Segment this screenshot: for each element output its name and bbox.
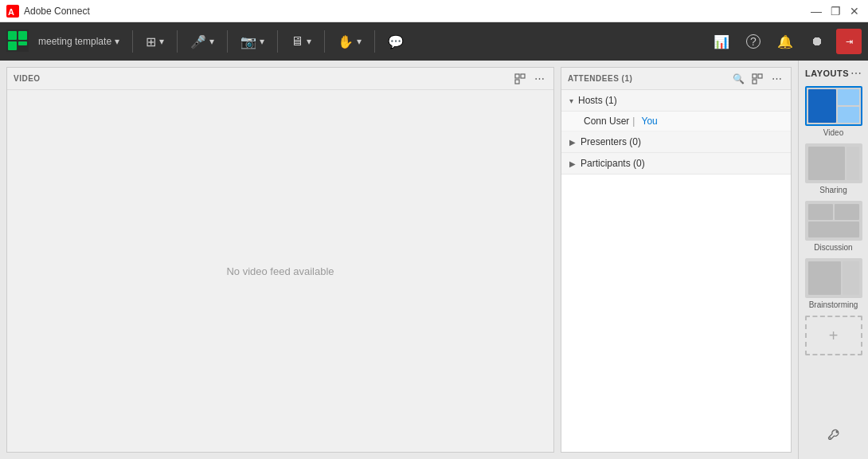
- layout-discussion[interactable]: Discussion: [802, 201, 865, 252]
- layout-video-label: Video: [823, 128, 843, 137]
- layout-brainstorm-main: [808, 261, 841, 295]
- video-button[interactable]: 📷 ▾: [234, 29, 271, 54]
- attendee-you-tag: You: [641, 116, 657, 127]
- video-panel-title: VIDEO: [14, 74, 41, 83]
- share-icon: 🖥: [291, 34, 303, 49]
- layout-video[interactable]: Video: [802, 86, 865, 137]
- share-button[interactable]: 🖥 ▾: [284, 29, 318, 53]
- attendees-controls: 🔍 ⋯: [730, 71, 784, 87]
- meeting-template-button[interactable]: meeting template ▾: [32, 31, 126, 52]
- apps-chevron: ▾: [159, 36, 164, 47]
- layouts-more-button[interactable]: ⋯: [850, 67, 862, 80]
- toolbar-sep-1: [132, 30, 133, 53]
- toolbar-sep-4: [277, 30, 278, 53]
- layout-video-right-bottom: [838, 107, 859, 123]
- layout-brainstorming-thumb: [805, 258, 862, 298]
- attendees-search-button[interactable]: 🔍: [730, 71, 746, 87]
- layout-video-right: [838, 89, 859, 123]
- toolbar: meeting template ▾ ⊞ ▾ 🎤 ▾ 📷 ▾ 🖥 ▾ ✋ ▾ 💬: [0, 22, 868, 61]
- interact-button[interactable]: ✋ ▾: [331, 29, 368, 54]
- meeting-template-label: meeting template: [38, 36, 111, 47]
- close-button[interactable]: ✕: [847, 4, 862, 18]
- help-button[interactable]: ?: [741, 29, 766, 54]
- participants-group-header[interactable]: ▶ Participants (0): [561, 153, 791, 175]
- svg-rect-12: [753, 80, 757, 84]
- presenters-group-label: Presenters (0): [581, 136, 641, 147]
- wrench-area: [802, 421, 865, 453]
- layout-discussion-thumb: [805, 201, 862, 241]
- wrench-icon: [826, 427, 842, 443]
- svg-rect-6: [18, 41, 27, 45]
- attendees-expand-icon: [752, 73, 763, 84]
- svg-rect-5: [8, 41, 17, 50]
- toolbar-sep-2: [177, 30, 178, 53]
- attendees-panel: ATTENDEES (1) 🔍 ⋯: [561, 67, 792, 453]
- end-meeting-button[interactable]: ⇥: [836, 29, 862, 54]
- stats-button[interactable]: 📊: [709, 29, 734, 54]
- layouts-header: LAYOUTS ⋯: [802, 67, 865, 86]
- attendee-conn-user: Conn User | You: [561, 112, 791, 131]
- layout-discussion-label: Discussion: [814, 243, 852, 252]
- audio-button[interactable]: 🎤 ▾: [184, 29, 221, 54]
- layout-sharing[interactable]: Sharing: [802, 143, 865, 194]
- video-more-button[interactable]: ⋯: [531, 71, 547, 87]
- layout-brainstorming[interactable]: Brainstorming: [802, 258, 865, 309]
- video-icon: 📷: [240, 34, 256, 49]
- apps-icon: ⊞: [146, 34, 156, 49]
- svg-text:A: A: [8, 7, 14, 17]
- layouts-title: LAYOUTS: [805, 69, 849, 78]
- presenters-chevron-icon: ▶: [569, 138, 576, 147]
- layout-brainstorming-label: Brainstorming: [809, 300, 858, 309]
- add-layout-icon: +: [829, 327, 839, 345]
- layouts-spacer: [802, 355, 865, 421]
- participants-chevron-icon: ▶: [569, 159, 576, 168]
- layout-discussion-cell3: [808, 222, 859, 237]
- svg-point-13: [829, 437, 831, 439]
- maximize-button[interactable]: ❐: [828, 4, 843, 18]
- layout-video-left: [808, 89, 836, 123]
- svg-rect-9: [515, 80, 519, 84]
- svg-rect-11: [758, 74, 762, 78]
- video-expand-button[interactable]: [512, 71, 528, 87]
- help-icon: ?: [746, 34, 760, 49]
- attendees-expand-button[interactable]: [749, 71, 765, 87]
- stats-icon: 📊: [714, 34, 729, 49]
- layout-video-right-top: [838, 89, 859, 105]
- layout-discussion-cell2: [835, 204, 859, 220]
- toolbar-sep-6: [374, 30, 375, 53]
- adobe-icon: A: [6, 5, 19, 18]
- video-more-icon: ⋯: [534, 73, 545, 84]
- adobe-connect-logo[interactable]: [6, 29, 29, 54]
- layout-sharing-label: Sharing: [819, 186, 846, 194]
- attendees-panel-title: ATTENDEES (1): [568, 74, 632, 83]
- audio-chevron: ▾: [209, 36, 214, 47]
- video-panel: VIDEO ⋯ No video feed available: [6, 67, 554, 453]
- minimize-button[interactable]: —: [809, 4, 823, 18]
- notifications-button[interactable]: 🔔: [772, 29, 798, 54]
- chat-button[interactable]: 💬: [381, 29, 410, 54]
- no-video-text: No video feed available: [226, 265, 334, 277]
- toolbar-sep-3: [227, 30, 228, 53]
- attendees-more-button[interactable]: ⋯: [768, 71, 784, 87]
- apps-button[interactable]: ⊞ ▾: [139, 29, 170, 54]
- title-bar: A Adobe Connect — ❐ ✕: [0, 0, 868, 22]
- presenters-group-header[interactable]: ▶ Presenters (0): [561, 131, 791, 153]
- add-layout-button[interactable]: +: [805, 316, 862, 355]
- layout-sharing-side: [846, 147, 859, 180]
- settings-wrench-button[interactable]: [826, 427, 842, 446]
- hosts-group-header[interactable]: ▾ Hosts (1): [561, 90, 791, 112]
- title-bar-controls: — ❐ ✕: [809, 4, 862, 18]
- end-icon: ⇥: [846, 37, 853, 47]
- record-button[interactable]: ⏺: [804, 29, 830, 54]
- interact-icon: ✋: [338, 34, 354, 49]
- attendees-more-icon: ⋯: [772, 73, 782, 84]
- attendee-name-conn-user: Conn User: [584, 116, 629, 127]
- participants-group-label: Participants (0): [581, 158, 645, 169]
- svg-rect-4: [18, 31, 27, 40]
- hosts-chevron-icon: ▾: [569, 96, 573, 105]
- video-panel-header: VIDEO ⋯: [7, 68, 553, 90]
- interact-chevron: ▾: [357, 36, 362, 47]
- record-icon: ⏺: [811, 34, 823, 49]
- layout-discussion-cell1: [808, 204, 833, 220]
- share-chevron: ▾: [307, 36, 311, 47]
